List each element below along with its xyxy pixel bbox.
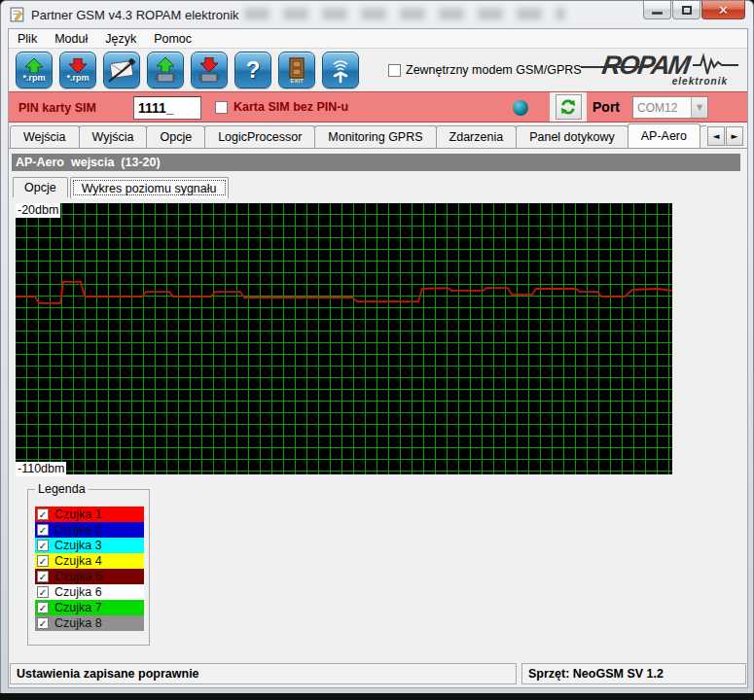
chip-icon [197, 72, 221, 83]
tab-strip: WejściaWyjściaOpcjeLogicProcessorMonitor… [10, 123, 706, 148]
com-port-select[interactable]: COM12 ▼ [632, 96, 708, 119]
legend-item-6: ✓Czujka 6 [35, 584, 144, 600]
panel-header: AP-Aero wejscia (13-20) [12, 154, 740, 171]
minimize-icon [652, 12, 663, 15]
tab-monitoring-gprs[interactable]: Monitoring GPRS [314, 125, 436, 148]
exit-button[interactable]: EXIT [278, 52, 315, 88]
external-modem-checkbox[interactable]: Zewnętrzny modem GSM/GPRS [388, 63, 582, 77]
app-icon [10, 7, 26, 23]
legend-item-3: ✓Czujka 3 [35, 538, 144, 553]
status-bar: Ustawienia zapisane poprawnie Sprzęt: Ne… [9, 659, 747, 688]
load-rpm-file-button[interactable]: *.rpm [16, 52, 53, 88]
antenna-button[interactable] [322, 52, 359, 88]
legend-items: ✓Czujka 1✓Czujka 2✓Czujka 3✓Czujka 4✓Czu… [35, 507, 144, 631]
legend-label: Czujka 2 [54, 523, 102, 537]
menu-plik[interactable]: Plik [9, 32, 46, 46]
legend-label: Czujka 4 [54, 554, 102, 568]
maximize-button[interactable] [672, 1, 700, 19]
chip-icon [154, 72, 177, 83]
hardware-version: Sprzęt: NeoGSM SV 1.2 [521, 663, 746, 684]
legend-groupbox: Legenda ✓Czujka 1✓Czujka 2✓Czujka 3✓Czuj… [27, 489, 150, 646]
legend-title: Legenda [35, 482, 89, 496]
write-module-button[interactable] [191, 52, 228, 88]
arrow-down-icon [65, 58, 90, 73]
tab-wyj-cia[interactable]: Wyjścia [79, 125, 148, 148]
checkbox-icon[interactable] [388, 64, 401, 77]
minimize-button[interactable] [643, 1, 671, 19]
chevron-down-icon[interactable]: ▼ [691, 97, 707, 118]
window-title: Partner GSM v4.3 ROPAM elektronik [31, 8, 239, 22]
tab-rf-4-ster[interactable]: RF-4 ster [700, 125, 706, 148]
background-window-glass [244, 8, 565, 20]
legend-label: Czujka 6 [54, 585, 102, 599]
port-label: Port [592, 99, 620, 115]
legend-checkbox-1[interactable]: ✓ [37, 508, 49, 520]
external-modem-label: Zewnętrzny modem GSM/GPRS [406, 63, 582, 77]
logo-sub-text: elektronik [672, 76, 728, 87]
tab-scroll-right-button[interactable]: ► [726, 126, 743, 146]
legend-item-8: ✓Czujka 8 [35, 615, 144, 631]
legend-item-7: ✓Czujka 7 [35, 600, 144, 615]
pin-row: PIN karty SIM Karta SIM bez PIN-u Port [9, 91, 747, 122]
legend-checkbox-4[interactable]: ✓ [37, 555, 49, 567]
status-message: Ustawienia zapisane poprawnie [10, 663, 517, 684]
tab-ap-aero[interactable]: AP-Aero [628, 123, 700, 148]
tab-opcje[interactable]: Opcje [146, 125, 205, 148]
waveform-icon [693, 52, 739, 78]
subtab-opcje[interactable]: Opcje [13, 177, 68, 197]
toolbar: *.rpm *.rpm [9, 49, 747, 91]
help-button[interactable]: ? [234, 52, 271, 88]
legend-label: Czujka 1 [54, 508, 102, 521]
subtabs: Opcje Wykres poziomu sygnału [13, 177, 231, 198]
legend-checkbox-6[interactable]: ✓ [37, 586, 49, 598]
menu-pomoc[interactable]: Pomoc [145, 32, 200, 46]
door-icon: EXIT [285, 57, 308, 83]
legend-checkbox-7[interactable]: ✓ [37, 602, 49, 613]
legend-item-5: ✓Czujka 5 [35, 569, 144, 584]
legend-label: Czujka 3 [54, 539, 102, 552]
refresh-ports-button[interactable] [556, 94, 582, 120]
pin-label: PIN karty SIM [18, 101, 96, 115]
legend-checkbox-3[interactable]: ✓ [37, 540, 49, 551]
pin-input[interactable] [133, 96, 201, 120]
legend-label: Czujka 8 [54, 616, 102, 630]
maximize-icon [682, 6, 692, 15]
tab-wej-cia[interactable]: Wejścia [10, 125, 80, 148]
tab-zdarzenia[interactable]: Zdarzenia [436, 125, 518, 148]
subtab-wykres[interactable]: Wykres poziomu sygnału [70, 177, 229, 198]
menu-modul[interactable]: Moduł [46, 32, 96, 46]
close-button[interactable]: ✕ [701, 1, 745, 19]
arrow-up-icon [21, 58, 47, 73]
question-mark-icon: ? [246, 55, 261, 85]
menu-jezyk[interactable]: Język [96, 32, 145, 46]
legend-checkbox-2[interactable]: ✓ [37, 524, 49, 536]
rpm-label: *.rpm [66, 74, 89, 83]
no-pin-checkbox[interactable]: Karta SIM bez PIN-u [215, 100, 348, 114]
signal-chart: -20dbm -110dbm [16, 203, 672, 474]
read-module-button[interactable] [147, 52, 184, 88]
arrow-down-icon [197, 57, 222, 72]
tab-content: AP-Aero wejscia (13-20) Opcje Wykres poz… [9, 148, 747, 659]
connection-led-indicator [513, 100, 528, 116]
connection-button[interactable] [103, 52, 140, 88]
close-icon: ✕ [718, 3, 729, 18]
legend-item-2: ✓Czujka 2 [35, 522, 144, 538]
save-rpm-file-button[interactable]: *.rpm [59, 52, 96, 88]
antenna-icon [326, 56, 355, 84]
tab-scroll-left-button[interactable]: ◄ [707, 126, 725, 146]
tab-panel-dotykowy[interactable]: Panel dotykowy [516, 125, 628, 148]
y-axis-max-label: -20dbm [16, 203, 60, 218]
rpm-label: *.rpm [22, 74, 45, 83]
legend-label: Czujka 5 [54, 570, 102, 583]
legend-checkbox-5[interactable]: ✓ [37, 571, 49, 582]
y-axis-min-label: -110dbm [16, 462, 66, 476]
client-area: Plik Moduł Język Pomoc *.rpm *.rpm [8, 28, 748, 688]
legend-checkbox-8[interactable]: ✓ [37, 617, 49, 629]
legend-label: Czujka 7 [54, 601, 102, 614]
checkbox-icon[interactable] [215, 101, 228, 114]
signal-chart-plot [16, 203, 672, 474]
legend-item-1: ✓Czujka 1 [35, 507, 144, 522]
tab-logicprocessor[interactable]: LogicProcessor [204, 125, 315, 148]
title-bar[interactable]: Partner GSM v4.3 ROPAM elektronik ✕ [1, 1, 753, 28]
app-window: Partner GSM v4.3 ROPAM elektronik ✕ Plik… [0, 0, 754, 694]
